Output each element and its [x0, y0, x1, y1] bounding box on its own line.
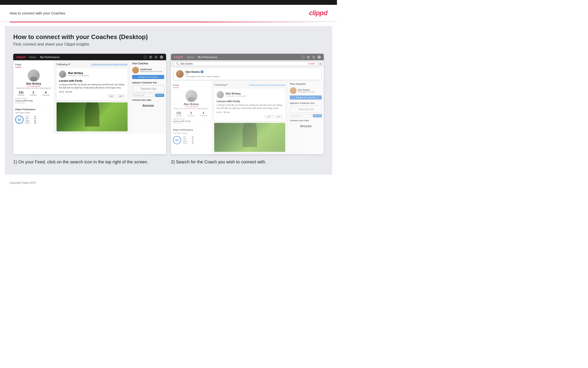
- coach-avatar-2: [290, 87, 297, 94]
- coach-club-1: Royal North Devon Golf Club: [140, 71, 162, 72]
- coach-name-1: David Ford: [140, 68, 162, 71]
- search-bar-2: 🔍 Dan Davies CLEAR ×: [171, 60, 324, 67]
- settings-icon-1[interactable]: [155, 56, 158, 59]
- app-right-1: Your Coaches David Ford Royal North Devo…: [130, 60, 166, 134]
- trackman-box-1: Trackman Link: [132, 85, 164, 92]
- score-circle-1: 92: [15, 115, 24, 124]
- upload-title-1: Upload a Trackman Test: [132, 82, 164, 84]
- description-step2: 2) Search for the Coach you wish to conn…: [171, 159, 324, 165]
- screenshot-2: clippd Home My Performance 🔍 Dan Davies: [171, 54, 324, 154]
- post-btn-off-1[interactable]: OFF: [107, 94, 115, 98]
- add-link-btn-2[interactable]: Add Link: [313, 114, 322, 117]
- following-dropdown-1[interactable]: Following ▾: [57, 63, 70, 66]
- sidebar-2: Feed Blair McHarg Plus Handicap Royal No…: [171, 81, 212, 154]
- feed-tab-1[interactable]: Feed: [15, 62, 21, 67]
- profile-handicap-1: Plus Handicap: [15, 85, 52, 87]
- control-link-1[interactable]: Control who can see your activity and da…: [91, 63, 128, 65]
- logo: clippd: [309, 9, 327, 17]
- post-btn-app-1[interactable]: APP: [117, 94, 125, 98]
- perf-bar-arg: ARG 86: [26, 120, 36, 122]
- profile-avatar-1: [28, 69, 40, 82]
- post-actions-1: OFF APP: [59, 94, 125, 98]
- result-name-2: Dan Davies ✓: [185, 70, 219, 73]
- latest-activity-1: Latest Activity Lesson with Fordy 03 Aug…: [15, 97, 52, 104]
- following-dropdown-2[interactable]: Following ▾: [214, 83, 228, 86]
- stat-following-1: 4 Following: [42, 91, 49, 96]
- profile-icon-1[interactable]: [149, 56, 152, 59]
- post-avatar-1: [59, 71, 66, 78]
- profile-handicap-2: Plus Handicap: [173, 106, 210, 108]
- header: How to connect with your Coaches clippd: [0, 5, 337, 22]
- trackman-input-1: Trackman Link Add Link: [132, 94, 164, 97]
- manage-coaches-btn-2[interactable]: Manage Your Coaches: [290, 95, 322, 100]
- perf-bar-ott: OTT 90: [26, 116, 36, 117]
- performance-section-2: Player Performance Total Player Quality …: [173, 127, 210, 145]
- close-btn-2[interactable]: ×: [319, 62, 321, 66]
- avatar-nav-1[interactable]: [160, 55, 163, 59]
- app-nav-2: clippd Home My Performance: [171, 54, 324, 60]
- profile-name-1: Blair McHarg: [15, 83, 52, 85]
- profile-section-2: Blair McHarg Plus Handicap Royal North D…: [173, 90, 210, 110]
- upload-section-1: Upload a Trackman Test Trackman Link Tra…: [132, 82, 164, 97]
- post-title-1: Lesson with Fordy: [59, 79, 125, 82]
- app-main-1: Following ▾ Control who can see your act…: [54, 60, 130, 134]
- perf-bars-2: OTT 90 APP 85: [183, 136, 194, 145]
- profile-name-2: Blair McHarg: [173, 103, 210, 106]
- main-title: How to connect with your Coaches (Deskto…: [13, 33, 324, 41]
- connect-section-2: Connect your data Arccos: [290, 119, 322, 129]
- search-field-2[interactable]: 🔍 Dan Davies CLEAR: [173, 61, 317, 66]
- latest-activity-2: Latest Activity Lesson with Fordy 03 Aug…: [173, 118, 210, 124]
- nav-my-performance-2[interactable]: My Performance: [198, 56, 217, 59]
- coach-club-2: Sunningdale Golf Club: [298, 91, 315, 93]
- main-content: How to connect with your Coaches (Deskto…: [5, 26, 332, 175]
- control-link-2[interactable]: Control who can see your activity and da…: [249, 84, 285, 86]
- copyright-text: Copyright Clippd 2022: [10, 181, 36, 184]
- app-nav-logo-1: clippd: [16, 55, 25, 59]
- latest-date-1: 03 Aug 2022: [15, 102, 52, 104]
- add-link-btn-1[interactable]: Add Link: [155, 94, 164, 97]
- result-avatar-2: [176, 70, 184, 78]
- avatar-nav-2[interactable]: [317, 55, 321, 59]
- coach-item-1: David Ford Royal North Devon Golf Club: [132, 67, 164, 74]
- nav-home-1[interactable]: Home: [29, 56, 36, 59]
- stat-following-2: 4 Following: [200, 111, 207, 116]
- connect-title-1: Connect your data: [132, 99, 164, 101]
- post-text-1: Looking to feel like my hands are exitin…: [59, 83, 125, 89]
- post-image-2: [214, 123, 285, 152]
- post-btn-app-2[interactable]: APP: [275, 115, 283, 119]
- score-circle-2: 92: [173, 136, 181, 144]
- feed-tab-2[interactable]: Feed: [173, 83, 179, 88]
- stat-following-label: Following: [42, 94, 49, 96]
- settings-icon-2[interactable]: [312, 56, 315, 59]
- nav-icons-1: [144, 55, 163, 59]
- following-bar-1: Following ▾ Control who can see your act…: [57, 63, 128, 66]
- post-btn-off-2[interactable]: OFF: [265, 115, 273, 119]
- trackman-field-2[interactable]: Trackman Link: [290, 114, 312, 117]
- step2-text: 2) Search for the Coach you wish to conn…: [171, 159, 324, 165]
- clear-btn-2[interactable]: CLEAR: [308, 63, 315, 65]
- app-right-2: Your Coaches Dan Davies Sunningdale Golf…: [288, 81, 324, 154]
- nav-home-2[interactable]: Home: [187, 56, 194, 59]
- manage-coaches-btn-1[interactable]: Manage Your Coaches: [132, 75, 164, 79]
- arccos-logo-1: Arccos: [132, 102, 164, 109]
- trackman-field-1[interactable]: Trackman Link: [132, 94, 155, 97]
- profile-avatar-2: [185, 90, 197, 102]
- perf-bar-putt: PUTT 96: [26, 122, 36, 124]
- search-icon-1[interactable]: [144, 56, 147, 59]
- profile-location-2: Royal North Devon Golf Club, United King…: [173, 108, 210, 110]
- profile-icon-2[interactable]: [307, 56, 310, 59]
- search-result-2[interactable]: Dan Davies ✓ Pro Sunningdale Golf Club, …: [173, 68, 321, 80]
- coaches-title-2: Your Coaches: [290, 83, 322, 85]
- app-nav-1: clippd Home My Performance: [13, 54, 166, 60]
- search-icon-2[interactable]: [302, 56, 305, 59]
- screenshot-1: clippd Home My Performance Feed: [13, 54, 166, 154]
- search-text-2[interactable]: Dan Davies: [180, 62, 307, 65]
- stats-row-1: 131 Activities 3 Followers 4 Following: [15, 91, 52, 96]
- post-name-1: Blair McHarg: [68, 72, 89, 74]
- post-header-1: Blair McHarg Yesterday · Sunningdale: [59, 71, 125, 78]
- nav-my-performance-1[interactable]: My Performance: [40, 56, 60, 59]
- perf-bars-1: OTT 90 APP 85: [26, 115, 36, 124]
- sidebar-1: Feed Blair McHarg Plus Handicap Royal No…: [13, 60, 54, 134]
- connect-section-1: Connect your data Arccos: [132, 99, 164, 109]
- step1-text: 1) On your Feed, click on the search ico…: [13, 159, 166, 165]
